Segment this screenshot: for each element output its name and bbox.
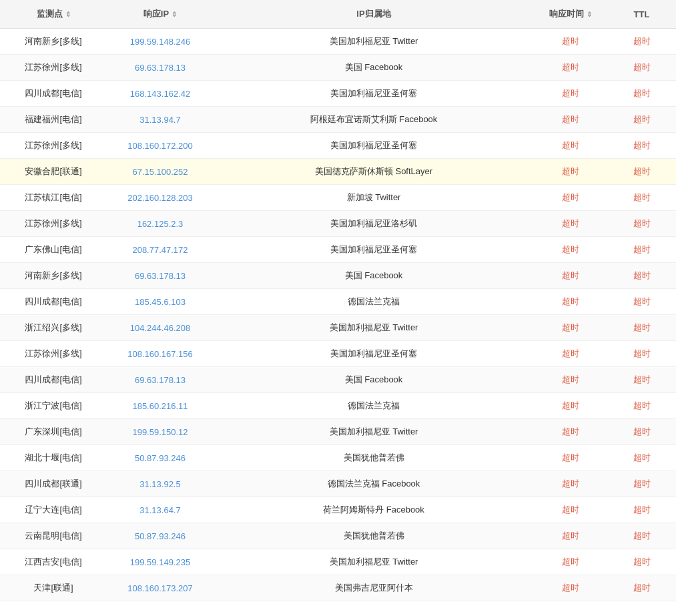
header-ip[interactable]: 响应IP⇕ [107,0,214,29]
response-time-cell: 超时 [534,419,607,445]
response-time-cell: 超时 [534,159,607,185]
ip-cell[interactable]: 104.244.46.208 [107,315,214,341]
monitor-cell: 四川成都[电信] [0,81,107,107]
monitor-cell: 江苏徐州[多线] [0,211,107,237]
ip-cell[interactable]: 108.160.172.200 [107,133,214,159]
table-row: 四川成都[电信]168.143.162.42美国加利福尼亚圣何塞超时超时 [0,81,676,107]
location-cell: 德国法兰克福 [214,393,534,419]
sort-icon-monitor: ⇕ [65,11,71,18]
location-cell: 美国加利福尼亚 Twitter [214,29,534,55]
response-time-cell: 超时 [534,81,607,107]
ttl-cell: 超时 [607,523,676,549]
response-time-cell: 超时 [534,55,607,81]
monitor-cell: 四川成都[电信] [0,289,107,315]
ip-cell[interactable]: 50.87.93.246 [107,445,214,471]
table-row: 广东深圳[电信]199.59.150.12美国加利福尼亚 Twitter超时超时 [0,419,676,445]
ip-cell[interactable]: 67.15.100.252 [107,159,214,185]
ttl-cell: 超时 [607,471,676,497]
table-row: 江苏徐州[多线]162.125.2.3美国加利福尼亚洛杉矶超时超时 [0,211,676,237]
response-time-cell: 超时 [534,29,607,55]
monitor-cell: 四川成都[电信] [0,367,107,393]
response-time-cell: 超时 [534,445,607,471]
table-row: 江苏镇江[电信]202.160.128.203新加坡 Twitter超时超时 [0,185,676,211]
monitor-cell: 天津[联通] [0,575,107,601]
response-time-cell: 超时 [534,471,607,497]
ip-cell[interactable]: 168.143.162.42 [107,81,214,107]
ip-cell[interactable]: 108.160.173.207 [107,575,214,601]
table-row: 四川成都[电信]69.63.178.13美国 Facebook超时超时 [0,367,676,393]
sort-icon-ip: ⇕ [172,11,177,18]
location-cell: 美国德克萨斯休斯顿 SoftLayer [214,159,534,185]
response-time-cell: 超时 [534,367,607,393]
location-cell: 美国弗吉尼亚阿什本 [214,575,534,601]
ip-cell[interactable]: 31.13.64.7 [107,497,214,523]
ip-cell[interactable]: 199.59.150.12 [107,419,214,445]
ip-cell[interactable]: 31.13.92.5 [107,471,214,497]
ttl-cell: 超时 [607,237,676,263]
response-time-cell: 超时 [534,393,607,419]
table-row: 浙江宁波[电信]185.60.216.11德国法兰克福超时超时 [0,393,676,419]
ip-cell[interactable]: 199.59.149.235 [107,549,214,575]
ttl-cell: 超时 [607,55,676,81]
ttl-cell: 超时 [607,497,676,523]
ttl-cell: 超时 [607,29,676,55]
table-header-row: 监测点⇕响应IP⇕IP归属地响应时间⇕TTL [0,0,676,29]
monitor-cell: 江苏徐州[多线] [0,55,107,81]
monitor-cell: 四川成都[联通] [0,471,107,497]
ip-cell[interactable]: 69.63.178.13 [107,55,214,81]
ttl-cell: 超时 [607,263,676,289]
table-row: 云南昆明[电信]50.87.93.246美国犹他普若佛超时超时 [0,523,676,549]
ttl-cell: 超时 [607,185,676,211]
monitor-cell: 辽宁大连[电信] [0,497,107,523]
ip-cell[interactable]: 31.13.94.7 [107,107,214,133]
location-cell: 德国法兰克福 [214,289,534,315]
location-cell: 美国加利福尼亚圣何塞 [214,133,534,159]
header-location: IP归属地 [214,0,534,29]
ip-cell[interactable]: 208.77.47.172 [107,237,214,263]
sort-icon-time: ⇕ [587,11,592,18]
header-time[interactable]: 响应时间⇕ [534,0,607,29]
ip-cell[interactable]: 202.160.128.203 [107,185,214,211]
response-time-cell: 超时 [534,497,607,523]
table-row: 湖北十堰[电信]50.87.93.246美国犹他普若佛超时超时 [0,445,676,471]
monitor-cell: 江苏徐州[多线] [0,133,107,159]
response-time-cell: 超时 [534,133,607,159]
ip-cell[interactable]: 69.63.178.13 [107,367,214,393]
ttl-cell: 超时 [607,211,676,237]
monitor-cell: 浙江宁波[电信] [0,393,107,419]
table-row: 福建福州[电信]31.13.94.7阿根廷布宜诺斯艾利斯 Facebook超时超… [0,107,676,133]
monitor-cell: 湖北十堰[电信] [0,445,107,471]
header-monitor[interactable]: 监测点⇕ [0,0,107,29]
location-cell: 美国加利福尼亚 Twitter [214,315,534,341]
location-cell: 新加坡 Twitter [214,185,534,211]
ttl-cell: 超时 [607,81,676,107]
monitor-cell: 河南新乡[多线] [0,29,107,55]
ip-cell[interactable]: 199.59.148.246 [107,29,214,55]
response-time-cell: 超时 [534,185,607,211]
monitor-cell: 云南昆明[电信] [0,523,107,549]
table-row: 江苏徐州[多线]108.160.172.200美国加利福尼亚圣何塞超时超时 [0,133,676,159]
ttl-cell: 超时 [607,289,676,315]
ip-cell[interactable]: 69.63.178.13 [107,263,214,289]
ip-cell[interactable]: 162.125.2.3 [107,211,214,237]
monitor-cell: 江苏徐州[多线] [0,341,107,367]
ttl-cell: 超时 [607,549,676,575]
ip-cell[interactable]: 185.60.216.11 [107,393,214,419]
table-row: 河南新乡[多线]69.63.178.13美国 Facebook超时超时 [0,263,676,289]
location-cell: 美国加利福尼亚圣何塞 [214,81,534,107]
ttl-cell: 超时 [607,159,676,185]
ip-cell[interactable]: 108.160.167.156 [107,341,214,367]
monitor-cell: 广东深圳[电信] [0,419,107,445]
ip-cell[interactable]: 50.87.93.246 [107,523,214,549]
response-time-cell: 超时 [534,211,607,237]
response-time-cell: 超时 [534,237,607,263]
response-time-cell: 超时 [534,523,607,549]
ip-cell[interactable]: 185.45.6.103 [107,289,214,315]
header-ttl: TTL [607,0,676,29]
table-row: 安徽合肥[联通]67.15.100.252美国德克萨斯休斯顿 SoftLayer… [0,159,676,185]
location-cell: 荷兰阿姆斯特丹 Facebook [214,497,534,523]
response-time-cell: 超时 [534,341,607,367]
ttl-cell: 超时 [607,341,676,367]
location-cell: 美国加利福尼亚圣何塞 [214,237,534,263]
table-row: 辽宁大连[电信]31.13.64.7荷兰阿姆斯特丹 Facebook超时超时 [0,497,676,523]
